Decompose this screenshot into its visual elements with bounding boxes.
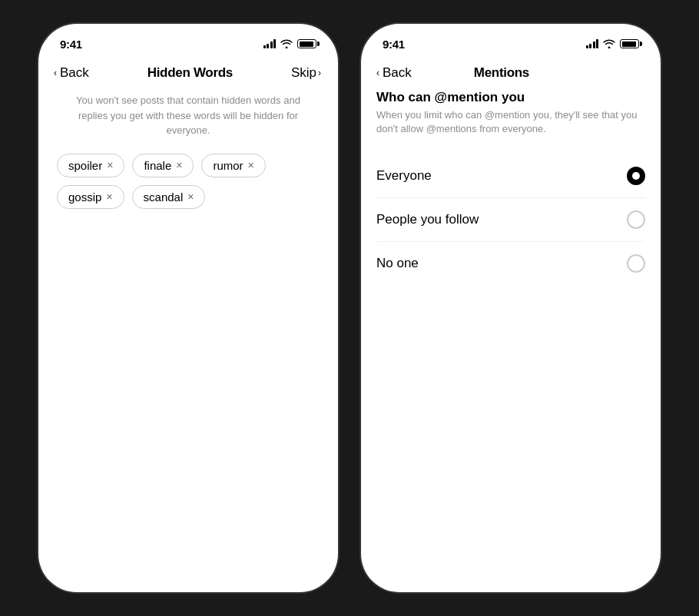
back-label-2: Back [383,65,412,81]
tag-label: finale [144,159,171,172]
mention-option-row[interactable]: No one [376,242,645,285]
battery-icon-1 [297,39,316,48]
option-label: Everyone [376,168,432,184]
skip-label: Skip [291,65,316,81]
radio-button[interactable] [627,254,645,273]
section-heading: Who can @mention you [376,90,645,105]
signal-icon-2 [586,39,599,48]
wifi-icon-2 [603,39,615,48]
wifi-icon-1 [280,39,293,48]
options-list: EveryonePeople you followNo one [376,154,645,285]
status-bar-1: 9:41 [38,24,338,58]
tag-remove-icon[interactable]: × [106,190,112,203]
tag-remove-icon[interactable]: × [248,159,254,171]
chevron-right-icon-1: › [318,68,321,78]
tag-label: gossip [68,190,101,204]
back-label-1: Back [60,65,89,81]
chevron-left-icon-2: ‹ [376,68,379,78]
signal-icon-1 [263,39,277,48]
tag-label: spoiler [68,159,102,172]
battery-icon-2 [620,39,639,48]
nav-title-2: Mentions [474,65,529,81]
tag-label: rumor [213,159,243,172]
status-time-1: 9:41 [60,38,82,51]
tags-container: spoiler×finale×rumor×gossip×scandal× [54,154,323,209]
tag-remove-icon[interactable]: × [176,159,182,171]
tag-item[interactable]: spoiler× [57,154,124,177]
tag-item[interactable]: finale× [132,154,194,177]
tag-remove-icon[interactable]: × [107,159,113,171]
tag-item[interactable]: scandal× [132,185,206,209]
tag-item[interactable]: gossip× [57,185,124,209]
mention-option-row[interactable]: Everyone [376,154,645,198]
radio-button[interactable] [627,167,645,185]
back-button-1[interactable]: ‹ Back [54,65,89,81]
option-label: People you follow [376,212,479,227]
hidden-words-content: You won't see posts that contain hidden … [38,90,338,592]
status-icons-2 [586,39,640,48]
status-bar-2: 9:41 [361,24,661,58]
skip-button[interactable]: Skip › [291,65,323,81]
status-icons-1 [263,39,317,48]
description-text: You won't see posts that contain hidden … [54,90,323,154]
status-time-2: 9:41 [383,38,405,51]
nav-title-1: Hidden Words [147,65,233,81]
phone-hidden-words: 9:41 ‹ Back Hidden Words Skip [38,24,338,592]
phone-mentions: 9:41 ‹ Back Mentions [361,24,661,592]
radio-button[interactable] [627,210,645,229]
option-label: No one [376,256,419,271]
mentions-content: Who can @mention you When you limit who … [361,90,661,592]
mention-option-row[interactable]: People you follow [376,198,645,242]
back-button-2[interactable]: ‹ Back [376,65,412,81]
section-description: When you limit who can @mention you, the… [376,108,645,136]
tag-item[interactable]: rumor× [201,154,265,177]
chevron-left-icon-1: ‹ [54,68,57,78]
tag-remove-icon[interactable]: × [187,190,194,203]
nav-bar-2: ‹ Back Mentions [361,58,661,90]
tag-label: scandal [144,190,184,204]
nav-bar-1: ‹ Back Hidden Words Skip › [38,58,338,90]
